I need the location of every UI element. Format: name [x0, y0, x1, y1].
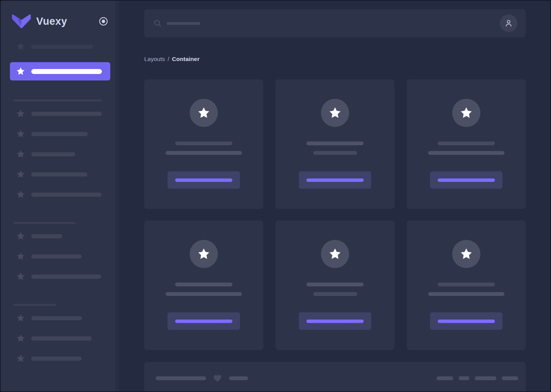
- card-action-button[interactable]: [430, 312, 503, 330]
- card-action-button[interactable]: [168, 312, 240, 330]
- search-bar[interactable]: [144, 9, 526, 37]
- menu-label-placeholder: [31, 172, 87, 177]
- button-label-placeholder: [175, 320, 232, 323]
- footer-link-placeholder[interactable]: [459, 376, 469, 380]
- card-avatar: [190, 99, 218, 127]
- star-icon: [16, 67, 25, 76]
- brand-header: Vuexy: [1, 1, 119, 28]
- card-avatar: [452, 99, 480, 127]
- card-action-button[interactable]: [299, 171, 371, 189]
- sidebar-item[interactable]: [16, 252, 110, 261]
- menu-pin-toggle-icon[interactable]: [98, 16, 108, 26]
- footer-link-placeholder[interactable]: [475, 376, 496, 380]
- app-window: Vuexy: [0, 0, 551, 392]
- card: [276, 220, 395, 350]
- star-icon: [16, 252, 25, 261]
- button-label-placeholder: [438, 320, 495, 323]
- card: [407, 79, 526, 209]
- card-title-placeholder: [306, 141, 364, 145]
- card-subtitle-placeholder: [166, 292, 242, 296]
- card-subtitle-placeholder: [313, 151, 357, 155]
- star-icon: [16, 170, 25, 179]
- sidebar-item[interactable]: [16, 334, 110, 343]
- sidebar-item[interactable]: [16, 313, 110, 323]
- sidebar: Vuexy: [1, 1, 119, 391]
- card: [276, 79, 395, 209]
- menu-label-placeholder: [31, 193, 102, 197]
- star-icon: [16, 334, 25, 343]
- card-title-placeholder: [438, 283, 495, 286]
- star-icon: [16, 313, 25, 323]
- sidebar-scrollbar[interactable]: [115, 1, 119, 391]
- card-title-placeholder: [438, 141, 495, 145]
- menu-label-placeholder: [31, 316, 82, 320]
- vuexy-logo-icon: [12, 14, 31, 28]
- card-action-button[interactable]: [299, 312, 371, 330]
- menu-label-placeholder: [31, 132, 88, 136]
- star-icon: [16, 272, 25, 281]
- breadcrumb-current: Container: [172, 56, 200, 63]
- card-subtitle-placeholder: [428, 292, 504, 296]
- card-avatar: [321, 240, 349, 268]
- sidebar-item[interactable]: [16, 42, 110, 51]
- star-icon: [16, 190, 25, 199]
- card-title-placeholder: [175, 283, 232, 286]
- card-title-placeholder: [175, 141, 232, 145]
- card-grid: [144, 79, 524, 350]
- footer-text-placeholder: [229, 376, 248, 380]
- card-action-button[interactable]: [168, 171, 240, 189]
- star-icon: [16, 354, 25, 363]
- footer-text-placeholder: [156, 376, 206, 380]
- star-icon: [197, 106, 210, 119]
- sidebar-item[interactable]: [16, 109, 110, 118]
- star-icon: [329, 247, 342, 260]
- card-subtitle-placeholder: [166, 151, 242, 155]
- star-icon: [329, 106, 342, 119]
- star-icon: [16, 231, 25, 241]
- sidebar-item[interactable]: [16, 129, 110, 138]
- menu-label-placeholder: [31, 336, 92, 341]
- heart-icon: [213, 373, 222, 383]
- menu-label-placeholder: [31, 275, 101, 279]
- sidebar-item[interactable]: [16, 354, 110, 363]
- sidebar-menu: [1, 42, 119, 363]
- sidebar-item-active[interactable]: [10, 62, 110, 80]
- footer-link-placeholder[interactable]: [502, 376, 518, 380]
- user-avatar-button[interactable]: [500, 14, 517, 32]
- sidebar-item[interactable]: [16, 231, 110, 241]
- menu-label-placeholder: [31, 234, 62, 238]
- main-content: Layouts / Container: [119, 1, 550, 391]
- menu-label-placeholder: [31, 254, 82, 259]
- person-icon: [504, 19, 513, 28]
- sidebar-item[interactable]: [16, 190, 110, 199]
- button-label-placeholder: [306, 320, 364, 323]
- card-action-button[interactable]: [430, 171, 503, 189]
- sidebar-item[interactable]: [16, 170, 110, 179]
- menu-label-placeholder: [31, 152, 75, 156]
- footer-link-placeholder[interactable]: [437, 376, 453, 380]
- sidebar-section-header-placeholder: [13, 100, 102, 101]
- card-avatar: [321, 99, 349, 127]
- card-title-placeholder: [306, 283, 364, 286]
- sidebar-item[interactable]: [16, 272, 110, 281]
- card-avatar: [190, 240, 218, 268]
- menu-label-placeholder: [31, 69, 102, 74]
- star-icon: [16, 129, 25, 138]
- button-label-placeholder: [175, 178, 232, 182]
- card-subtitle-placeholder: [313, 292, 357, 296]
- footer-left-group: [156, 373, 248, 383]
- breadcrumb: Layouts / Container: [144, 56, 524, 63]
- sidebar-section-header-placeholder: [13, 222, 76, 224]
- breadcrumb-separator: /: [168, 56, 169, 63]
- card-avatar: [452, 240, 480, 268]
- star-icon: [460, 247, 473, 260]
- button-label-placeholder: [438, 178, 495, 182]
- footer-card: [144, 362, 526, 392]
- star-icon: [16, 149, 25, 159]
- sidebar-item[interactable]: [16, 149, 110, 159]
- breadcrumb-section[interactable]: Layouts: [144, 56, 165, 63]
- menu-label-placeholder: [31, 45, 93, 49]
- menu-label-placeholder: [31, 112, 102, 116]
- card: [144, 220, 263, 350]
- star-icon: [460, 106, 473, 119]
